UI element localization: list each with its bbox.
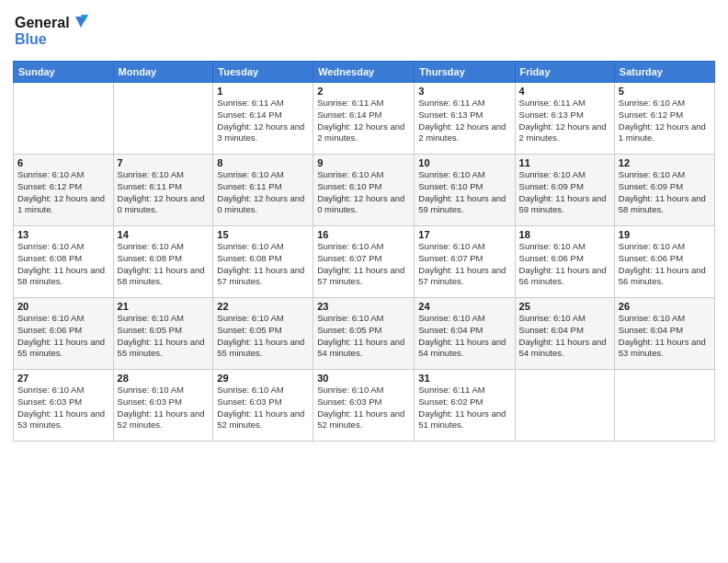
day-cell: 16Sunrise: 6:10 AM Sunset: 6:07 PM Dayli…: [313, 226, 415, 298]
header-cell-wednesday: Wednesday: [313, 62, 415, 83]
day-cell: 21Sunrise: 6:10 AM Sunset: 6:05 PM Dayli…: [113, 298, 213, 370]
day-info: Sunrise: 6:10 AM Sunset: 6:03 PM Dayligh…: [17, 385, 109, 431]
day-number: 24: [418, 301, 510, 312]
day-info: Sunrise: 6:10 AM Sunset: 6:07 PM Dayligh…: [317, 241, 410, 288]
day-info: Sunrise: 6:10 AM Sunset: 6:12 PM Dayligh…: [619, 98, 711, 144]
day-number: 25: [519, 301, 610, 312]
day-number: 27: [17, 373, 109, 384]
day-number: 22: [217, 301, 309, 312]
day-info: Sunrise: 6:10 AM Sunset: 6:06 PM Dayligh…: [17, 313, 109, 360]
day-number: 14: [118, 229, 210, 240]
day-number: 29: [217, 373, 309, 384]
day-number: 30: [317, 373, 410, 384]
day-info: Sunrise: 6:10 AM Sunset: 6:03 PM Dayligh…: [217, 385, 309, 431]
day-cell: 27Sunrise: 6:10 AM Sunset: 6:03 PM Dayli…: [14, 370, 114, 442]
day-info: Sunrise: 6:10 AM Sunset: 6:12 PM Dayligh…: [17, 169, 109, 216]
day-info: Sunrise: 6:10 AM Sunset: 6:11 PM Dayligh…: [217, 169, 309, 216]
day-cell: 13Sunrise: 6:10 AM Sunset: 6:08 PM Dayli…: [14, 226, 114, 298]
day-info: Sunrise: 6:10 AM Sunset: 6:05 PM Dayligh…: [118, 313, 210, 360]
week-row-2: 6Sunrise: 6:10 AM Sunset: 6:12 PM Daylig…: [14, 155, 715, 226]
day-cell: [113, 83, 213, 155]
day-cell: 1Sunrise: 6:11 AM Sunset: 6:14 PM Daylig…: [213, 83, 313, 155]
day-number: 23: [317, 301, 410, 312]
day-cell: 9Sunrise: 6:10 AM Sunset: 6:10 PM Daylig…: [313, 155, 415, 226]
day-cell: 30Sunrise: 6:10 AM Sunset: 6:03 PM Dayli…: [313, 370, 415, 442]
week-row-4: 20Sunrise: 6:10 AM Sunset: 6:06 PM Dayli…: [14, 298, 715, 370]
day-number: 11: [519, 157, 610, 168]
day-info: Sunrise: 6:10 AM Sunset: 6:04 PM Dayligh…: [418, 313, 510, 360]
day-cell: 25Sunrise: 6:10 AM Sunset: 6:04 PM Dayli…: [515, 298, 614, 370]
day-number: 16: [317, 229, 410, 240]
header: General Blue: [13, 9, 715, 53]
svg-text:General: General: [15, 15, 70, 30]
logo: General Blue: [13, 9, 96, 53]
day-cell: 31Sunrise: 6:11 AM Sunset: 6:02 PM Dayli…: [415, 370, 515, 442]
day-info: Sunrise: 6:10 AM Sunset: 6:03 PM Dayligh…: [118, 385, 210, 431]
day-number: 20: [17, 301, 109, 312]
day-number: 1: [217, 86, 309, 97]
day-number: 8: [217, 157, 309, 168]
day-cell: [614, 370, 714, 442]
day-number: 3: [418, 86, 510, 97]
day-number: 18: [519, 229, 610, 240]
day-number: 9: [317, 157, 410, 168]
header-row: SundayMondayTuesdayWednesdayThursdayFrid…: [14, 62, 715, 83]
day-info: Sunrise: 6:11 AM Sunset: 6:13 PM Dayligh…: [418, 98, 510, 144]
day-info: Sunrise: 6:10 AM Sunset: 6:10 PM Dayligh…: [418, 169, 510, 216]
day-info: Sunrise: 6:10 AM Sunset: 6:04 PM Dayligh…: [619, 313, 711, 360]
day-cell: 28Sunrise: 6:10 AM Sunset: 6:03 PM Dayli…: [113, 370, 213, 442]
logo-icon: General Blue: [13, 9, 96, 50]
day-cell: 5Sunrise: 6:10 AM Sunset: 6:12 PM Daylig…: [614, 83, 714, 155]
day-info: Sunrise: 6:10 AM Sunset: 6:06 PM Dayligh…: [519, 241, 610, 288]
header-cell-sunday: Sunday: [14, 62, 114, 83]
day-cell: 24Sunrise: 6:10 AM Sunset: 6:04 PM Dayli…: [415, 298, 515, 370]
header-cell-tuesday: Tuesday: [213, 62, 313, 83]
day-cell: 19Sunrise: 6:10 AM Sunset: 6:06 PM Dayli…: [614, 226, 714, 298]
day-info: Sunrise: 6:10 AM Sunset: 6:09 PM Dayligh…: [519, 169, 610, 216]
day-number: 28: [118, 373, 210, 384]
day-info: Sunrise: 6:11 AM Sunset: 6:14 PM Dayligh…: [317, 98, 410, 144]
day-cell: 15Sunrise: 6:10 AM Sunset: 6:08 PM Dayli…: [213, 226, 313, 298]
day-cell: 20Sunrise: 6:10 AM Sunset: 6:06 PM Dayli…: [14, 298, 114, 370]
day-cell: [515, 370, 614, 442]
day-cell: 11Sunrise: 6:10 AM Sunset: 6:09 PM Dayli…: [515, 155, 614, 226]
day-cell: 18Sunrise: 6:10 AM Sunset: 6:06 PM Dayli…: [515, 226, 614, 298]
day-info: Sunrise: 6:10 AM Sunset: 6:09 PM Dayligh…: [619, 169, 711, 216]
day-cell: 12Sunrise: 6:10 AM Sunset: 6:09 PM Dayli…: [614, 155, 714, 226]
day-info: Sunrise: 6:11 AM Sunset: 6:13 PM Dayligh…: [519, 98, 610, 144]
day-cell: 29Sunrise: 6:10 AM Sunset: 6:03 PM Dayli…: [213, 370, 313, 442]
day-cell: 6Sunrise: 6:10 AM Sunset: 6:12 PM Daylig…: [14, 155, 114, 226]
day-info: Sunrise: 6:10 AM Sunset: 6:08 PM Dayligh…: [17, 241, 109, 288]
week-row-1: 1Sunrise: 6:11 AM Sunset: 6:14 PM Daylig…: [14, 83, 715, 155]
day-info: Sunrise: 6:10 AM Sunset: 6:05 PM Dayligh…: [317, 313, 410, 360]
day-cell: [14, 83, 114, 155]
day-number: 5: [619, 86, 711, 97]
day-info: Sunrise: 6:10 AM Sunset: 6:10 PM Dayligh…: [317, 169, 410, 216]
header-cell-friday: Friday: [515, 62, 614, 83]
svg-text:Blue: Blue: [15, 31, 47, 47]
header-cell-saturday: Saturday: [614, 62, 714, 83]
header-cell-thursday: Thursday: [415, 62, 515, 83]
day-cell: 14Sunrise: 6:10 AM Sunset: 6:08 PM Dayli…: [113, 226, 213, 298]
day-info: Sunrise: 6:11 AM Sunset: 6:02 PM Dayligh…: [418, 385, 510, 431]
day-cell: 7Sunrise: 6:10 AM Sunset: 6:11 PM Daylig…: [113, 155, 213, 226]
day-number: 4: [519, 86, 610, 97]
day-cell: 23Sunrise: 6:10 AM Sunset: 6:05 PM Dayli…: [313, 298, 415, 370]
day-info: Sunrise: 6:10 AM Sunset: 6:08 PM Dayligh…: [217, 241, 309, 288]
day-info: Sunrise: 6:10 AM Sunset: 6:03 PM Dayligh…: [317, 385, 410, 431]
day-info: Sunrise: 6:10 AM Sunset: 6:06 PM Dayligh…: [619, 241, 711, 288]
day-number: 19: [619, 229, 711, 240]
week-row-3: 13Sunrise: 6:10 AM Sunset: 6:08 PM Dayli…: [14, 226, 715, 298]
day-cell: 10Sunrise: 6:10 AM Sunset: 6:10 PM Dayli…: [415, 155, 515, 226]
day-number: 6: [17, 157, 109, 168]
day-info: Sunrise: 6:10 AM Sunset: 6:11 PM Dayligh…: [118, 169, 210, 216]
day-number: 15: [217, 229, 309, 240]
day-info: Sunrise: 6:10 AM Sunset: 6:08 PM Dayligh…: [118, 241, 210, 288]
day-number: 13: [17, 229, 109, 240]
day-number: 31: [418, 373, 510, 384]
day-number: 10: [418, 157, 510, 168]
day-info: Sunrise: 6:10 AM Sunset: 6:07 PM Dayligh…: [418, 241, 510, 288]
calendar-table: SundayMondayTuesdayWednesdayThursdayFrid…: [13, 61, 715, 442]
day-cell: 2Sunrise: 6:11 AM Sunset: 6:14 PM Daylig…: [313, 83, 415, 155]
page: General Blue SundayMondayTuesdayWednesda…: [0, 0, 728, 563]
